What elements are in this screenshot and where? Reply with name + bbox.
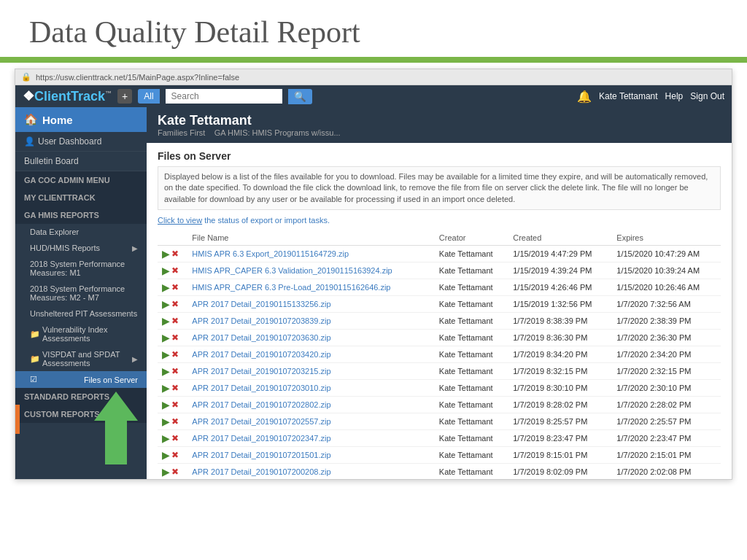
- file-expires: 1/7/2020 2:15:01 PM: [612, 447, 721, 464]
- file-name[interactable]: APR 2017 Detail_20190107200208.zip: [187, 464, 434, 479]
- file-creator: Kate Tettamant: [435, 246, 508, 262]
- file-name[interactable]: APR 2017 Detail_20190107202347.zip: [187, 430, 434, 447]
- file-action-icons: ▶ ✖: [158, 346, 187, 363]
- file-created: 1/7/2019 8:30:10 PM: [508, 380, 612, 397]
- download-icon[interactable]: ▶: [162, 281, 170, 293]
- delete-icon[interactable]: ✖: [171, 332, 179, 343]
- sidebar-section-ga-coc: GA COC ADMIN MENU: [15, 171, 147, 189]
- download-icon[interactable]: ▶: [162, 432, 170, 444]
- file-name[interactable]: APR 2017 Detail_20190107203215.zip: [187, 363, 434, 380]
- user-org: Families First: [158, 128, 205, 137]
- user-name: Kate Tettamant: [158, 113, 721, 128]
- table-row: ▶ ✖ HMIS APR_CAPER 6.3 Pre-Load_20190115…: [158, 279, 721, 296]
- file-expires: 1/7/2020 2:02:08 PM: [612, 464, 721, 479]
- delete-icon[interactable]: ✖: [171, 282, 179, 292]
- file-creator: Kate Tettamant: [435, 363, 508, 380]
- file-action-icons: ▶ ✖: [158, 464, 187, 479]
- download-icon[interactable]: ▶: [162, 265, 170, 276]
- download-icon[interactable]: ▶: [162, 449, 170, 461]
- download-icon[interactable]: ▶: [162, 382, 170, 394]
- table-row: ▶ ✖ APR 2017 Detail_20190107203839.zip K…: [158, 313, 721, 330]
- delete-icon[interactable]: ✖: [171, 316, 179, 326]
- file-name[interactable]: APR 2017 Detail_20190107203010.zip: [187, 380, 434, 397]
- file-expires: 1/7/2020 7:32:56 AM: [612, 296, 721, 313]
- file-name[interactable]: APR 2017 Detail_20190107203630.zip: [187, 330, 434, 346]
- sidebar-item-vulnerability-index[interactable]: 📁 Vulnerability Index Assessments: [15, 322, 147, 346]
- col-header-icons: [158, 230, 187, 246]
- table-header-row: File Name Creator Created Expires: [158, 230, 721, 246]
- download-icon[interactable]: ▶: [162, 248, 170, 260]
- file-name[interactable]: APR 2017 Detail_20190107203839.zip: [187, 313, 434, 330]
- vispdat-label: VISPDAT and SPDAT Assessments: [42, 350, 132, 368]
- click-to-view[interactable]: Click to view the status of export or im…: [158, 216, 721, 225]
- sidebar-item-hud-hmis[interactable]: HUD/HMIS Reports ▶: [15, 240, 147, 256]
- home-label: Home: [42, 114, 73, 126]
- sidebar-item-unsheltered-pit[interactable]: Unsheltered PIT Assessments: [15, 306, 147, 322]
- delete-icon[interactable]: ✖: [171, 433, 179, 443]
- green-bar: [0, 57, 747, 63]
- all-button[interactable]: All: [138, 89, 159, 104]
- download-icon[interactable]: ▶: [162, 332, 170, 343]
- sidebar-home[interactable]: 🏠 Home: [15, 107, 147, 132]
- file-name[interactable]: APR 2017 Detail_20190107203420.zip: [187, 346, 434, 363]
- sidebar-item-data-explorer[interactable]: Data Explorer: [15, 224, 147, 240]
- search-input[interactable]: [166, 89, 282, 104]
- table-row: ▶ ✖ APR 2017 Detail_20190107202557.zip K…: [158, 413, 721, 430]
- file-name[interactable]: APR 2017 Detail_20190115133256.zip: [187, 296, 434, 313]
- table-row: ▶ ✖ HMIS APR 6.3 Export_20190115164729.z…: [158, 246, 721, 262]
- sidebar-label: User Dashboard: [38, 136, 101, 147]
- add-button[interactable]: +: [117, 89, 132, 104]
- file-expires: 1/7/2020 2:25:57 PM: [612, 413, 721, 430]
- sidebar-item-user-dashboard[interactable]: 👤 User Dashboard: [15, 132, 147, 152]
- dashboard-icon: 👤: [24, 136, 35, 147]
- download-icon[interactable]: ▶: [162, 298, 170, 310]
- sidebar-item-spm-m1[interactable]: 2018 System Performance Measures: M1: [15, 256, 147, 281]
- file-expires: 1/7/2020 2:30:10 PM: [612, 380, 721, 397]
- download-icon[interactable]: ▶: [162, 466, 170, 478]
- sidebar-item-bulletin[interactable]: Bulletin Board: [15, 152, 147, 171]
- file-name[interactable]: HMIS APR 6.3 Export_20190115164729.zip: [187, 246, 434, 262]
- delete-icon[interactable]: ✖: [171, 383, 179, 393]
- sidebar-item-spm-m2[interactable]: 2018 System Performance Measures: M2 - M…: [15, 281, 147, 306]
- file-name[interactable]: HMIS APR_CAPER 6.3 Validation_2019011516…: [187, 262, 434, 279]
- file-name[interactable]: APR 2017 Detail_20190107202557.zip: [187, 413, 434, 430]
- delete-icon[interactable]: ✖: [171, 450, 179, 460]
- delete-icon[interactable]: ✖: [171, 400, 179, 410]
- delete-icon[interactable]: ✖: [171, 265, 179, 276]
- delete-icon[interactable]: ✖: [171, 366, 179, 376]
- delete-icon[interactable]: ✖: [171, 467, 179, 477]
- file-action-icons: ▶ ✖: [158, 279, 187, 296]
- sidebar-item-files-on-server[interactable]: ☑ Files on Server: [15, 371, 147, 388]
- file-name[interactable]: HMIS APR_CAPER 6.3 Pre-Load_201901151626…: [187, 279, 434, 296]
- click-link[interactable]: Click to view: [158, 216, 202, 225]
- file-created: 1/7/2019 8:23:47 PM: [508, 430, 612, 447]
- file-created: 1/7/2019 8:25:57 PM: [508, 413, 612, 430]
- spm-m1-label: 2018 System Performance Measures: M1: [30, 260, 138, 277]
- file-expires: 1/7/2020 2:32:15 PM: [612, 363, 721, 380]
- download-icon[interactable]: ▶: [162, 416, 170, 427]
- help-link[interactable]: Help: [665, 91, 684, 101]
- header-user-area: 🔔 Kate Tettamant Help Sign Out: [577, 90, 724, 104]
- file-expires: 1/15/2020 10:26:46 AM: [612, 279, 721, 296]
- download-icon[interactable]: ▶: [162, 399, 170, 411]
- download-icon[interactable]: ▶: [162, 349, 170, 360]
- sidebar-item-vispdat[interactable]: 📁 VISPDAT and SPDAT Assessments ▶: [15, 346, 147, 371]
- delete-icon[interactable]: ✖: [171, 299, 179, 309]
- delete-icon[interactable]: ✖: [171, 416, 179, 427]
- download-icon[interactable]: ▶: [162, 315, 170, 327]
- click-suffix: the status of export or import tasks.: [202, 216, 330, 225]
- download-icon[interactable]: ▶: [162, 365, 170, 377]
- file-name[interactable]: APR 2017 Detail_20190107201501.zip: [187, 447, 434, 464]
- file-creator: Kate Tettamant: [435, 380, 508, 397]
- file-name[interactable]: APR 2017 Detail_20190107202802.zip: [187, 397, 434, 413]
- delete-icon[interactable]: ✖: [171, 349, 179, 359]
- file-creator: Kate Tettamant: [435, 330, 508, 346]
- signout-link[interactable]: Sign Out: [690, 91, 724, 101]
- file-expires: 1/7/2020 2:28:02 PM: [612, 397, 721, 413]
- search-button[interactable]: 🔍: [288, 89, 312, 104]
- file-created: 1/15/2019 4:26:46 PM: [508, 279, 612, 296]
- file-creator: Kate Tettamant: [435, 430, 508, 447]
- delete-icon[interactable]: ✖: [171, 249, 179, 259]
- file-creator: Kate Tettamant: [435, 296, 508, 313]
- file-action-icons: ▶ ✖: [158, 363, 187, 380]
